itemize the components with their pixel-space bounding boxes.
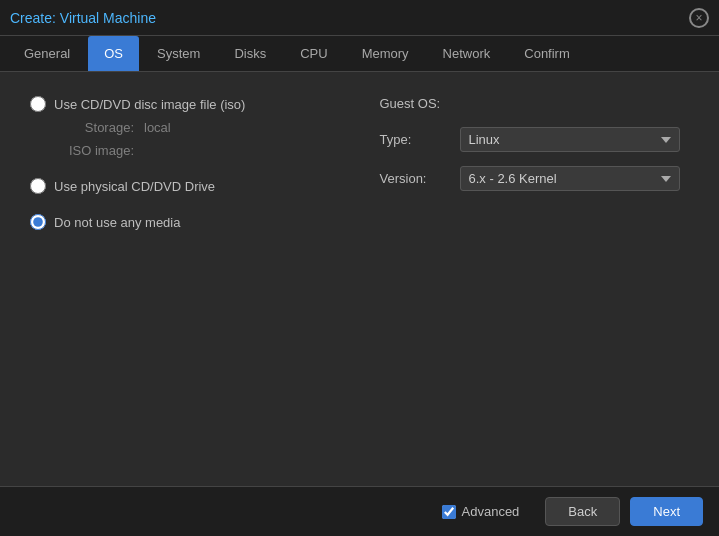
no-media-label: Do not use any media xyxy=(54,215,180,230)
cdrom-drive-option[interactable]: Use physical CD/DVD Drive xyxy=(30,178,340,194)
tab-confirm[interactable]: Confirm xyxy=(508,36,586,71)
cdrom-drive-radio[interactable] xyxy=(30,178,46,194)
iso-row: ISO image: xyxy=(54,143,340,158)
guest-os-label: Guest OS: xyxy=(380,96,460,111)
tab-disks[interactable]: Disks xyxy=(218,36,282,71)
cdrom-drive-label: Use physical CD/DVD Drive xyxy=(54,179,215,194)
version-label: Version: xyxy=(380,171,460,186)
tab-memory[interactable]: Memory xyxy=(346,36,425,71)
tab-network[interactable]: Network xyxy=(427,36,507,71)
close-button[interactable]: × xyxy=(689,8,709,28)
title-bar: Create: Virtual Machine × xyxy=(0,0,719,36)
tab-cpu[interactable]: CPU xyxy=(284,36,343,71)
type-row: Type: Linux Windows Other xyxy=(380,127,690,152)
tab-system[interactable]: System xyxy=(141,36,216,71)
type-select[interactable]: Linux Windows Other xyxy=(460,127,680,152)
left-panel: Use CD/DVD disc image file (iso) Storage… xyxy=(30,96,340,250)
sub-fields: Storage: local ISO image: xyxy=(54,120,340,158)
right-panel: Guest OS: Type: Linux Windows Other Vers… xyxy=(380,96,690,250)
cdrom-iso-label: Use CD/DVD disc image file (iso) xyxy=(54,97,245,112)
storage-label: Storage: xyxy=(54,120,144,135)
guest-os-row: Guest OS: xyxy=(380,96,690,111)
iso-label: ISO image: xyxy=(54,143,144,158)
no-media-radio[interactable] xyxy=(30,214,46,230)
no-media-option[interactable]: Do not use any media xyxy=(30,214,340,230)
advanced-label: Advanced xyxy=(462,504,520,519)
storage-row: Storage: local xyxy=(54,120,340,135)
storage-value: local xyxy=(144,120,171,135)
type-label: Type: xyxy=(380,132,460,147)
version-select[interactable]: 6.x - 2.6 Kernel 5.x - 2.6 Kernel Other … xyxy=(460,166,680,191)
tab-bar: General OS System Disks CPU Memory Netwo… xyxy=(0,36,719,72)
advanced-checkbox[interactable] xyxy=(442,505,456,519)
cdrom-iso-radio[interactable] xyxy=(30,96,46,112)
tab-general[interactable]: General xyxy=(8,36,86,71)
window-title: Create: Virtual Machine xyxy=(10,10,156,26)
tab-os[interactable]: OS xyxy=(88,36,139,71)
advanced-option[interactable]: Advanced xyxy=(442,504,520,519)
cdrom-iso-option[interactable]: Use CD/DVD disc image file (iso) xyxy=(30,96,340,112)
version-row: Version: 6.x - 2.6 Kernel 5.x - 2.6 Kern… xyxy=(380,166,690,191)
back-button[interactable]: Back xyxy=(545,497,620,526)
footer: Advanced Back Next xyxy=(0,486,719,536)
content-area: Use CD/DVD disc image file (iso) Storage… xyxy=(0,72,719,486)
next-button[interactable]: Next xyxy=(630,497,703,526)
